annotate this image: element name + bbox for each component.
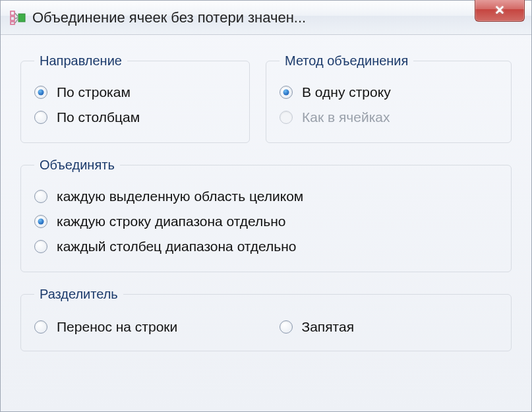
radio-label: каждый столбец диапазона отдельно bbox=[57, 239, 296, 254]
group-separator: Разделитель Перенос на строки Запятая bbox=[20, 287, 512, 351]
radio-label: каждую строку диапазона отдельно bbox=[57, 214, 285, 229]
svg-rect-3 bbox=[18, 14, 25, 22]
radio-sep-linebreak[interactable]: Перенос на строки bbox=[34, 319, 253, 335]
dialog-window: Объединение ячеек без потери значен... ✕… bbox=[0, 0, 532, 412]
radio-icon bbox=[34, 111, 47, 124]
radio-label: Как в ячейках bbox=[302, 109, 390, 125]
group-method: Метод объединения В одну строку Как в яч… bbox=[266, 53, 512, 143]
window-title: Объединение ячеек без потери значен... bbox=[32, 9, 526, 26]
radio-direction-cols[interactable]: По столбцам bbox=[34, 109, 236, 125]
group-merge-legend: Объединять bbox=[34, 158, 120, 173]
svg-line-4 bbox=[15, 13, 18, 16]
radio-icon bbox=[34, 190, 47, 203]
radio-merge-eachcol[interactable]: каждый столбец диапазона отдельно bbox=[34, 239, 498, 254]
radio-merge-whole[interactable]: каждую выделенную область целиком bbox=[34, 189, 498, 204]
radio-icon bbox=[34, 215, 47, 228]
radio-label: В одну строку bbox=[302, 84, 391, 100]
radio-method-oneline[interactable]: В одну строку bbox=[280, 84, 498, 100]
radio-label: Запятая bbox=[302, 319, 355, 335]
svg-line-5 bbox=[15, 18, 18, 18]
radio-label: По строкам bbox=[57, 84, 131, 100]
radio-label: Перенос на строки bbox=[57, 319, 177, 335]
group-method-legend: Метод объединения bbox=[280, 53, 413, 69]
radio-merge-eachrow[interactable]: каждую строку диапазона отдельно bbox=[34, 214, 498, 229]
radio-icon bbox=[280, 320, 293, 334]
close-button[interactable]: ✕ bbox=[475, 0, 525, 22]
close-icon: ✕ bbox=[494, 3, 505, 18]
svg-line-6 bbox=[15, 19, 18, 23]
radio-icon bbox=[280, 111, 293, 124]
titlebar: Объединение ячеек без потери значен... ✕ bbox=[1, 1, 531, 35]
radio-icon bbox=[280, 86, 293, 99]
svg-rect-0 bbox=[11, 11, 15, 15]
radio-label: По столбцам bbox=[57, 109, 140, 125]
radio-icon bbox=[34, 320, 47, 334]
radio-method-ascells: Как в ячейках bbox=[280, 109, 498, 125]
svg-rect-1 bbox=[11, 16, 15, 20]
group-direction-legend: Направление bbox=[34, 53, 127, 69]
radio-direction-rows[interactable]: По строкам bbox=[34, 84, 236, 100]
app-icon bbox=[10, 10, 26, 26]
svg-rect-2 bbox=[11, 22, 15, 24]
dialog-content: Направление По строкам По столбцам Метод… bbox=[1, 35, 531, 351]
group-separator-legend: Разделитель bbox=[34, 287, 123, 302]
radio-icon bbox=[34, 240, 47, 253]
group-direction: Направление По строкам По столбцам bbox=[20, 53, 250, 143]
radio-icon bbox=[34, 86, 47, 99]
group-merge: Объединять каждую выделенную область цел… bbox=[20, 158, 512, 272]
radio-label: каждую выделенную область целиком bbox=[57, 189, 303, 204]
radio-sep-comma[interactable]: Запятая bbox=[280, 319, 498, 335]
